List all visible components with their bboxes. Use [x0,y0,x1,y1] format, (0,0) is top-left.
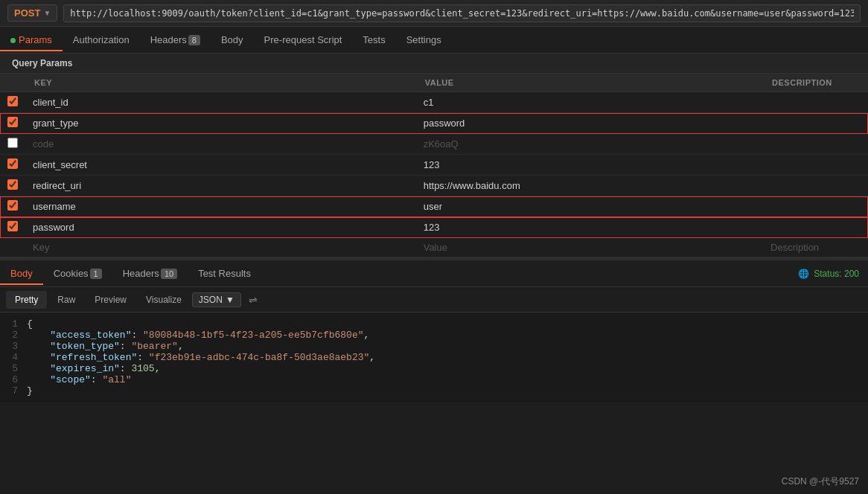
table-row: redirect_urihttps://www.baidu.com [0,176,868,196]
row-value: user [416,196,763,217]
json-plain: : [91,374,103,385]
row-checkbox-cell [0,113,25,134]
row-checkbox-cell [0,196,25,217]
watermark: CSDN @-代号9527 [782,475,859,488]
resp-tab-label: Cookies [54,268,89,279]
tab-label: Headers [150,34,187,45]
line-number: 4 [0,352,27,363]
tab-params[interactable]: Params [0,28,63,51]
json-plain [27,374,50,385]
row-key: client_id [25,92,416,113]
resp-tab-label: Headers [123,268,159,279]
code-tab-preview[interactable]: Preview [86,291,135,309]
resp-tab-label: Body [10,268,33,279]
code-tab-visualize[interactable]: Visualize [137,291,191,309]
row-checkbox[interactable] [7,138,18,148]
code-tab-raw[interactable]: Raw [48,291,84,309]
code-line: 4 "refresh_token": "f23eb91e-adbc-474c-b… [0,352,868,363]
json-key: "refresh_token" [50,352,137,363]
line-content: "expires_in": 3105, [27,363,160,374]
query-params-section: Query Params KEY VALUE DESCRIPTION clien… [0,54,868,257]
method-arrow-icon: ▼ [43,9,51,17]
row-checkbox-cell [0,217,25,238]
url-input[interactable] [63,4,861,22]
code-line: 7} [0,385,868,397]
row-checkbox[interactable] [7,179,18,190]
code-tab-bar: PrettyRawPreviewVisualizeJSON ▼⇌ [0,287,868,312]
ghost-cell: Description [763,238,868,257]
line-number: 7 [0,385,27,397]
table-row: usernameuser [0,196,868,217]
ghost-cell: Key [25,238,416,257]
row-checkbox-cell [0,155,25,176]
table-row: client_secret123 [0,155,868,176]
row-value: password [416,113,763,134]
table-row: client_idc1 [0,92,868,113]
json-plain: , [369,352,375,363]
url-bar: POST ▼ [0,0,868,27]
row-value: https://www.baidu.com [416,176,763,196]
row-checkbox-cell [0,92,25,113]
row-key: code [25,134,416,155]
resp-tab-badge: 10 [161,269,177,279]
tab-badge: 8 [188,35,200,45]
line-number: 6 [0,374,27,385]
code-line: 3 "token_type": "bearer", [0,341,868,352]
col-description: DESCRIPTION [763,74,868,92]
section-title: Query Params [0,54,868,74]
json-key: "expires_in" [50,363,120,374]
tab-body[interactable]: Body [211,28,254,51]
filter-icon[interactable]: ⇌ [249,294,258,306]
row-checkbox[interactable] [7,158,18,169]
response-tab-headers[interactable]: Headers10 [112,262,188,285]
row-checkbox-cell [0,176,25,196]
tab-headers[interactable]: Headers8 [140,28,211,51]
tab-label: Authorization [73,34,130,45]
tab-authorization[interactable]: Authorization [63,28,140,51]
json-key: "token_type" [50,341,120,352]
row-description [763,92,868,113]
row-checkbox[interactable] [7,200,18,211]
json-plain [27,330,50,341]
ghost-row: KeyValueDescription [0,238,868,257]
code-line: 2 "access_token": "80084b48-1bf5-4f23-a2… [0,330,868,341]
resp-tab-label: Test Results [198,268,251,279]
response-tab-bar: BodyCookies1Headers10Test Results 🌐 Stat… [0,260,868,287]
method-selector[interactable]: POST ▼ [7,4,57,22]
json-plain [27,363,50,374]
line-content: "token_type": "bearer", [27,341,184,352]
response-tab-cookies[interactable]: Cookies1 [43,262,112,285]
row-description [763,196,868,217]
request-tab-bar: ParamsAuthorizationHeaders8BodyPre-reque… [0,27,868,54]
row-description [763,217,868,238]
code-area: 1{2 "access_token": "80084b48-1bf5-4f23-… [0,312,868,402]
response-tab-body[interactable]: Body [0,262,43,285]
line-content: "scope": "all" [27,374,131,385]
row-key: password [25,217,416,238]
line-number: 2 [0,330,27,341]
line-number: 1 [0,318,27,330]
tab-settings[interactable]: Settings [396,28,452,51]
params-table: KEY VALUE DESCRIPTION client_idc1grant_t… [0,74,868,257]
response-tab-testresults[interactable]: Test Results [188,262,261,285]
json-plain: : [120,363,132,374]
row-checkbox[interactable] [7,117,18,127]
table-row: codezK6oaQ [0,134,868,155]
row-checkbox[interactable] [7,221,18,231]
code-tab-pretty[interactable]: Pretty [6,291,47,309]
line-number: 3 [0,341,27,352]
json-string: "bearer" [131,341,177,352]
row-checkbox[interactable] [7,96,18,106]
tab-prerequest[interactable]: Pre-request Script [254,28,353,51]
json-format-label: JSON [199,295,223,305]
line-content: { [27,318,33,330]
row-description [763,155,868,176]
json-format-selector[interactable]: JSON ▼ [192,292,241,307]
tab-tests[interactable]: Tests [352,28,395,51]
json-plain: } [27,385,33,397]
tab-label: Body [221,34,243,45]
json-plain: , [178,341,184,352]
json-plain: , [364,330,370,341]
json-plain [27,352,50,363]
json-format-arrow: ▼ [226,295,234,305]
